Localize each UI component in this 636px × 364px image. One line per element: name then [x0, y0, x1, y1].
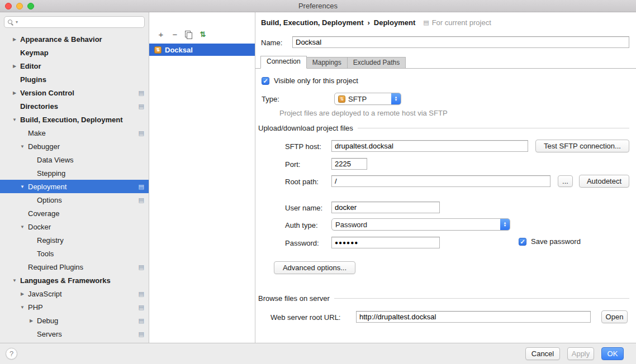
sidebar-item-keymap[interactable]: Keymap — [0, 46, 149, 59]
traffic-lights — [5, 3, 34, 9]
server-list-item-docksal[interactable]: Docksal — [149, 44, 255, 56]
remove-server-button[interactable]: − — [170, 30, 179, 39]
sidebar-item-docker[interactable]: ▼ Docker — [0, 220, 149, 233]
root-path-input[interactable] — [331, 175, 550, 187]
sidebar-item-label: Tools — [37, 250, 54, 258]
settings-search-field[interactable]: ▾ — [4, 16, 145, 28]
sidebar-item-php[interactable]: ▼ PHP ▤ — [0, 300, 149, 314]
search-input[interactable] — [20, 18, 141, 26]
sidebar-item-registry[interactable]: Registry — [0, 233, 149, 247]
cancel-button[interactable]: Cancel — [525, 347, 560, 360]
sidebar-item-label: Appearance & Behavior — [20, 35, 102, 44]
preferences-window: Preferences ▾ ▶ Appearance & Behavior Ke… — [0, 0, 636, 364]
per-project-icon: ▤ — [139, 197, 144, 204]
sftp-host-input[interactable] — [331, 140, 528, 152]
sidebar-item-label: Build, Execution, Deployment — [20, 116, 122, 124]
collapse-arrow-icon[interactable]: ▼ — [18, 305, 26, 310]
sidebar-item-coverage[interactable]: Coverage — [0, 207, 149, 220]
sidebar-item-appearance-behavior[interactable]: ▶ Appearance & Behavior — [0, 32, 149, 46]
type-label: Type: — [262, 95, 279, 103]
sidebar-item-editor[interactable]: ▶ Editor — [0, 59, 149, 73]
sidebar-item-build-execution-deployment[interactable]: ▼ Build, Execution, Deployment — [0, 113, 149, 126]
sidebar-item-label: Stepping — [37, 169, 65, 178]
sidebar-item-label: Debug — [37, 317, 58, 325]
sidebar-item-servers[interactable]: Servers ▤ — [0, 327, 149, 341]
advanced-options-button[interactable]: Advanced options... — [274, 261, 355, 274]
zoom-button[interactable] — [27, 3, 34, 9]
sidebar-item-debugger[interactable]: ▼ Debugger — [0, 140, 149, 153]
tab-connection[interactable]: Connection — [260, 56, 307, 69]
ok-button[interactable]: OK — [601, 347, 624, 360]
sidebar-item-stepping[interactable]: Stepping — [0, 166, 149, 180]
expand-arrow-icon[interactable]: ▶ — [11, 64, 18, 69]
stepper-down-icon: ▼ — [395, 99, 398, 102]
sidebar-item-label: Languages & Frameworks — [20, 276, 111, 285]
sidebar-item-options[interactable]: Options ▤ — [0, 193, 149, 207]
visible-only-label: Visible only for this project — [274, 76, 358, 85]
visible-only-checkbox[interactable]: ✓ — [262, 77, 269, 85]
expand-arrow-icon[interactable]: ▶ — [27, 318, 35, 323]
test-sftp-connection-button[interactable]: Test SFTP connection... — [535, 140, 629, 152]
password-input[interactable] — [331, 237, 440, 248]
sidebar-item-label: Deployment — [28, 183, 67, 191]
expand-arrow-icon[interactable]: ▶ — [18, 291, 26, 296]
sidebar-item-make[interactable]: Make ▤ — [0, 126, 149, 140]
tab-mappings[interactable]: Mappings — [306, 57, 348, 68]
collapse-arrow-icon[interactable]: ▼ — [18, 144, 26, 149]
sync-server-button[interactable]: ⇅ — [198, 30, 207, 39]
separator-line — [334, 298, 629, 299]
project-scope-icon: ▤ — [423, 19, 429, 26]
save-password-checkbox[interactable]: ✓ — [519, 238, 526, 246]
collapse-arrow-icon[interactable]: ▼ — [11, 278, 18, 283]
sidebar-item-label: Keymap — [20, 49, 49, 57]
sidebar-item-label: Plugins — [20, 75, 46, 84]
name-label: Name: — [261, 39, 282, 47]
open-button[interactable]: Open — [601, 310, 628, 323]
sidebar-item-version-control[interactable]: ▶ Version Control ▤ — [0, 86, 149, 99]
name-input[interactable] — [292, 36, 629, 48]
per-project-icon: ▤ — [139, 264, 144, 271]
sidebar-item-javascript[interactable]: ▶ JavaScript ▤ — [0, 287, 149, 300]
sidebar-item-required-plugins[interactable]: Required Plugins ▤ — [0, 260, 149, 274]
sidebar-item-languages-frameworks[interactable]: ▼ Languages & Frameworks — [0, 274, 149, 287]
sidebar-item-tools[interactable]: Tools — [0, 247, 149, 260]
sidebar-item-data-views[interactable]: Data Views — [0, 153, 149, 166]
port-input[interactable] — [331, 158, 367, 170]
collapse-arrow-icon[interactable]: ▼ — [18, 224, 26, 229]
type-hint: Project files are deployed to a remote h… — [279, 109, 448, 117]
help-button[interactable]: ? — [6, 348, 17, 360]
collapse-arrow-icon[interactable]: ▼ — [18, 184, 26, 189]
minimize-button[interactable] — [16, 3, 23, 9]
search-icon — [8, 19, 14, 26]
separator-line — [358, 128, 629, 128]
search-chevron-icon[interactable]: ▾ — [16, 20, 18, 25]
sftp-host-label: SFTP host: — [285, 142, 321, 151]
autodetect-button[interactable]: Autodetect — [579, 175, 629, 188]
type-select[interactable]: SFTP ▲ ▼ — [334, 93, 401, 105]
web-root-input[interactable] — [356, 311, 591, 323]
sidebar-item-label: Registry — [37, 236, 64, 245]
stepper-down-icon: ▼ — [504, 224, 507, 227]
sidebar-item-debug[interactable]: ▶ Debug ▤ — [0, 314, 149, 327]
tab-excluded-paths[interactable]: Excluded Paths — [347, 57, 406, 68]
expand-arrow-icon[interactable]: ▶ — [11, 90, 18, 95]
user-name-input[interactable] — [331, 202, 440, 213]
close-button[interactable] — [5, 3, 12, 9]
breadcrumb-deployment[interactable]: Deployment — [374, 18, 415, 27]
sidebar-item-plugins[interactable]: Plugins — [0, 73, 149, 86]
auth-type-select[interactable]: Password ▲ ▼ — [331, 218, 510, 231]
per-project-icon: ▤ — [139, 130, 144, 137]
apply-button[interactable]: Apply — [567, 347, 594, 360]
password-label: Password: — [285, 239, 319, 247]
sidebar-item-directories[interactable]: Directories ▤ — [0, 99, 149, 113]
sidebar-item-label: Data Views — [37, 156, 74, 164]
sidebar-item-deployment[interactable]: ▼ Deployment ▤ — [0, 180, 149, 193]
breadcrumb-build-execution-deployment[interactable]: Build, Execution, Deployment — [261, 18, 363, 27]
sidebar-item-label: Options — [37, 196, 62, 204]
upload-section-title: Upload/download project files — [258, 124, 353, 132]
add-server-button[interactable]: + — [156, 30, 165, 39]
collapse-arrow-icon[interactable]: ▼ — [11, 117, 18, 122]
copy-server-button[interactable] — [184, 30, 193, 39]
browse-root-path-button[interactable]: ... — [558, 175, 573, 187]
expand-arrow-icon[interactable]: ▶ — [11, 37, 18, 42]
